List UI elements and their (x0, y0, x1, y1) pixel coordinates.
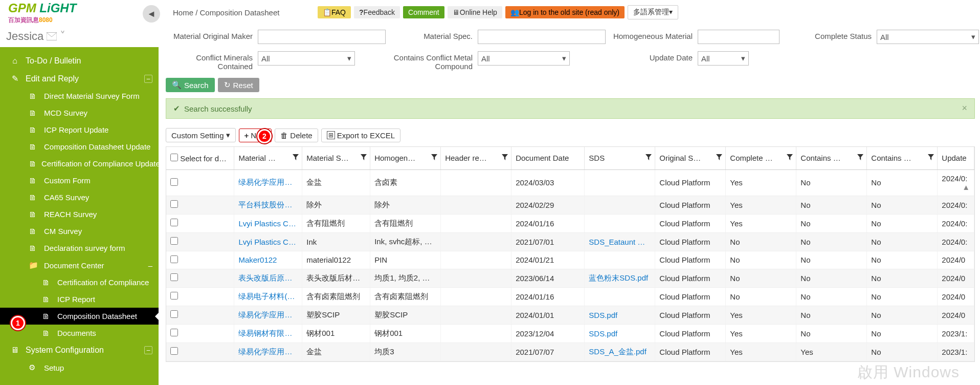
filter-icon[interactable] (293, 153, 299, 162)
col-hm[interactable]: Homogen… (370, 147, 441, 169)
scroll-up-icon[interactable]: ▲ (962, 183, 970, 191)
sidebar-item-ca65[interactable]: 🗎CA65 Survey (0, 189, 159, 206)
col-c2[interactable]: Contains … (867, 147, 938, 169)
filter-icon[interactable] (716, 153, 722, 162)
col-os[interactable]: Original S… (655, 147, 726, 169)
onlinehelp-button[interactable]: 🖥Online Help (448, 6, 502, 18)
sidebar-item-cocu[interactable]: 🗎Certification of Compliance Update (0, 155, 159, 172)
feedback-button[interactable]: ?Feedback (354, 6, 400, 18)
sidebar-item-mcd[interactable]: 🗎MCD Survey (0, 104, 159, 121)
row-checkbox[interactable] (170, 347, 178, 355)
sidebar-item-dsf[interactable]: 🗎Declaration survey form (0, 240, 159, 256)
maker-link[interactable]: 绿易化学应用… (238, 347, 292, 356)
table-row[interactable]: Maker0122material0122PIN2024/01/21Cloud … (166, 251, 974, 269)
row-checkbox[interactable] (170, 237, 178, 245)
filter-icon[interactable] (645, 153, 652, 162)
export-button[interactable]: ⊞Export to EXCEL (321, 129, 400, 142)
sidebar-item-dms[interactable]: 🗎Direct Material Survey Form (0, 88, 159, 104)
ccmc-select[interactable]: All▾ (478, 51, 570, 66)
sidebar-item-cm[interactable]: 🗎CM Survey (0, 223, 159, 240)
select-all-checkbox[interactable] (170, 154, 178, 161)
table-row[interactable]: 绿易钢材有限…钢材001钢材0012023/12/04SDS.pdfCloud … (166, 324, 974, 343)
table-row[interactable]: 绿易化学应用…塑胶SCIP塑胶SCIP2024/01/01SDS.pdfClou… (166, 306, 974, 324)
maker-link[interactable]: Maker0122 (238, 255, 277, 264)
row-checkbox[interactable] (170, 200, 178, 208)
language-dropdown[interactable]: 多語系管理▾ (628, 5, 678, 19)
row-checkbox[interactable] (170, 178, 178, 186)
row-checkbox[interactable] (170, 292, 178, 300)
sidebar-item-dc[interactable]: 📁Document Center– (0, 256, 159, 274)
sds-link[interactable]: SDS.pdf (589, 329, 617, 338)
maker-input[interactable] (258, 30, 386, 44)
row-checkbox[interactable] (170, 255, 178, 263)
search-button[interactable]: 🔍Search (166, 78, 215, 92)
sidebar-item-cf[interactable]: 🗎Custom Form (0, 172, 159, 189)
custom-setting-button[interactable]: Custom Setting▾ (166, 128, 236, 142)
sidebar-item-todo[interactable]: ⌂To-Do / Bulletin (0, 52, 159, 70)
row-checkbox[interactable] (170, 219, 178, 226)
faq-button[interactable]: 📋FAQ (318, 6, 351, 18)
sidebar-item-sys[interactable]: 🖥System Configuration– (0, 341, 159, 359)
comment-button[interactable]: Comment (403, 6, 444, 18)
maker-link[interactable]: 绿易化学应用… (238, 178, 292, 186)
hm-input[interactable] (698, 30, 779, 44)
spec-input[interactable] (478, 30, 606, 44)
sidebar-item-edit[interactable]: ✎Edit and Reply– (0, 70, 159, 88)
table-row[interactable]: 表头改版后原…表头改版后材…均质1, 均质2, …2023/06/14蓝色粉末S… (166, 269, 974, 287)
delete-button[interactable]: 🗑Delete (275, 129, 318, 142)
collapse-icon[interactable]: – (144, 75, 152, 83)
sidebar-item-setup[interactable]: ⚙Setup (0, 359, 159, 376)
filter-icon[interactable] (787, 153, 793, 162)
filter-icon[interactable] (431, 153, 437, 162)
col-c1[interactable]: Contains … (796, 147, 867, 169)
row-checkbox[interactable] (170, 329, 178, 336)
table-row[interactable]: 绿易电子材料(…含有卤素阻燃剂含有卤素阻燃剂2024/01/16Cloud Pl… (166, 287, 974, 306)
maker-link[interactable]: 绿易钢材有限… (238, 329, 292, 337)
collapse-icon[interactable]: – (144, 346, 152, 354)
table-row[interactable]: 绿易化学应用…金盐含卤素2024/03/03Cloud PlatformYesN… (166, 169, 974, 196)
filter-icon[interactable] (928, 153, 934, 162)
sidebar-item-cdu[interactable]: 🗎Composition Datasheet Update (0, 138, 159, 155)
back-button[interactable]: ◄ (143, 5, 160, 23)
col-spec[interactable]: Material S… (302, 147, 370, 169)
breadcrumb-home[interactable]: Home (173, 8, 193, 17)
sds-link[interactable]: SDS_A_金盐.pdf (589, 347, 647, 356)
col-select[interactable]: Select for de… (166, 147, 234, 169)
filter-icon[interactable] (502, 153, 508, 162)
row-checkbox[interactable] (170, 310, 178, 318)
filter-icon[interactable] (361, 153, 367, 162)
col-cs[interactable]: Complete … (726, 147, 796, 169)
sidebar-item-coc[interactable]: 🗎Certification of Compliance (0, 274, 159, 291)
table-row[interactable]: Lvyi Plastics C…含有阻燃剂含有阻燃剂2024/01/16Clou… (166, 214, 974, 232)
sidebar-item-icp[interactable]: 🗎ICP Report Update (0, 121, 159, 138)
col-maker[interactable]: Material … (234, 147, 302, 169)
table-row[interactable]: 平台科技股份…除外除外2024/02/29Cloud PlatformYesNo… (166, 196, 974, 214)
collapse-icon[interactable]: – (148, 261, 152, 270)
filter-icon[interactable] (857, 153, 863, 162)
col-date[interactable]: Document Date (511, 147, 585, 169)
maker-link[interactable]: 绿易电子材料(… (238, 292, 295, 301)
sidebar-item-reach[interactable]: 🗎REACH Survey (0, 206, 159, 223)
maker-link[interactable]: 绿易化学应用… (238, 310, 292, 319)
table-row[interactable]: Lvyi Plastics C…InkInk, svhc超标, …2021/07… (166, 232, 974, 251)
login-old-site-button[interactable]: 👥Log in to the old site (read only) (505, 6, 625, 18)
row-checkbox[interactable] (170, 273, 178, 281)
reset-button[interactable]: ↻Reset (218, 78, 259, 92)
sidebar-item-icpr[interactable]: 🗎ICP Report (0, 291, 159, 308)
maker-link[interactable]: Lvyi Plastics C… (238, 219, 296, 228)
cmc-select[interactable]: All▾ (258, 51, 355, 66)
col-sds[interactable]: SDS (585, 147, 655, 169)
status-select[interactable]: All▾ (877, 30, 979, 44)
col-header[interactable]: Header re… (441, 147, 511, 169)
sds-link[interactable]: 蓝色粉末SDS.pdf (589, 273, 648, 282)
table-row[interactable]: 绿易化学应用…金盐均质32021/07/07SDS_A_金盐.pdfCloud … (166, 343, 974, 361)
col-upd[interactable]: Update (938, 147, 974, 169)
sds-link[interactable]: SDS_Eataunt … (589, 238, 645, 246)
maker-link[interactable]: Lvyi Plastics C… (238, 238, 296, 246)
alert-close[interactable]: × (962, 103, 967, 114)
maker-link[interactable]: 表头改版后原… (238, 273, 292, 282)
sds-link[interactable]: SDS.pdf (589, 311, 617, 319)
maker-link[interactable]: 平台科技股份… (238, 200, 292, 209)
ud-select[interactable]: All▾ (698, 51, 749, 66)
user-menu[interactable]: Jessica ˅ (6, 30, 65, 43)
